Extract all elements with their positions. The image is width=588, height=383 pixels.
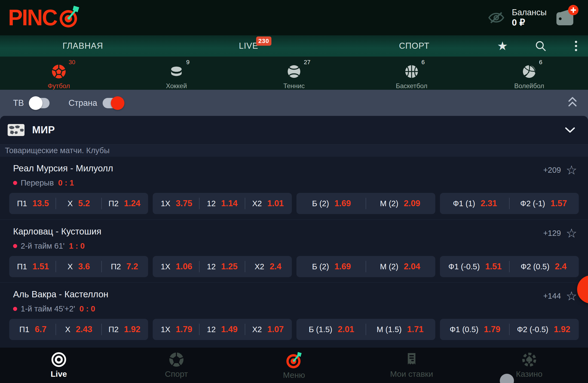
live-dot-icon [13, 244, 17, 248]
tab-sport[interactable]: СПОРТ [331, 35, 497, 57]
match-period: 2-й тайм 61' [21, 242, 65, 251]
tab-glavnaya[interactable]: ГЛАВНАЯ [0, 35, 166, 57]
odd-button[interactable]: Ф1 (1)2.31 [441, 193, 509, 214]
sport-item-football[interactable]: 30 Футбол [0, 57, 118, 90]
search-icon[interactable] [534, 40, 547, 52]
bottom-nav-menu[interactable]: Меню [235, 348, 353, 383]
odd-button[interactable]: П16.7 [10, 319, 56, 340]
nav-icons: ★ [497, 39, 579, 53]
odd-button[interactable]: Х21.01 [245, 193, 290, 214]
odd-button[interactable]: 121.14 [200, 193, 245, 214]
odds-group-double-chance: 1Х1.79 121.49 Х21.07 [153, 319, 292, 340]
sport-count: 9 [186, 59, 189, 66]
odd-button[interactable]: Х22.4 [245, 256, 290, 277]
deposit-plus-icon [568, 5, 579, 16]
casino-chip-icon [521, 351, 537, 368]
sport-item-tennis[interactable]: 27 Теннис [235, 57, 353, 90]
odds-group-total: Б (2)1.69 М (2)2.09 [296, 193, 435, 214]
odd-button[interactable]: Б (2)1.69 [298, 256, 366, 277]
world-flag-icon [8, 124, 24, 136]
sport-item-hockey[interactable]: 9 Хоккей [118, 57, 235, 90]
odd-button[interactable]: Б (1.5)2.01 [298, 319, 366, 340]
match-score: 1 : 0 [69, 242, 85, 251]
odd-button[interactable]: М (1.5)1.71 [366, 319, 434, 340]
odds-group-1x2: П16.7 Х2.43 П21.92 [9, 319, 148, 340]
match-score: 0 : 0 [79, 304, 95, 313]
country-filter-label: Страна [69, 98, 97, 108]
odd-button[interactable]: П21.92 [102, 319, 147, 340]
favorites-star-icon[interactable]: ★ [497, 40, 508, 52]
favorite-star-icon[interactable]: ☆ [566, 227, 577, 239]
balance-visibility-icon[interactable] [488, 11, 505, 24]
odd-button[interactable]: Ф1 (0.5)1.79 [441, 319, 509, 340]
markets-more-count[interactable]: +144 [543, 292, 561, 301]
bottom-nav-casino[interactable]: Казино [470, 348, 588, 383]
odd-button[interactable]: 1Х3.75 [154, 193, 199, 214]
main-nav: ГЛАВНАЯ LIVE 230 СПОРТ ★ [0, 35, 588, 57]
odd-button[interactable]: Ф1 (-0.5)1.51 [441, 256, 509, 277]
bottom-nav-sport[interactable]: Спорт [118, 348, 235, 383]
tab-live[interactable]: LIVE 230 [166, 35, 332, 57]
bottom-nav-label: Казино [516, 369, 543, 379]
odds-group-1x2: П11.51 Х3.6 П27.2 [9, 256, 148, 277]
bottom-nav-label: Live [51, 369, 67, 379]
odd-button[interactable]: 121.25 [200, 256, 245, 277]
odd-button[interactable]: Х3.6 [56, 256, 101, 277]
league-bar: Товарищеские матчи. Клубы [0, 144, 588, 157]
odds-row: П113.5 Х5.2 П21.24 1Х3.75 121.14 Х21.01 … [0, 193, 588, 214]
live-count-badge: 230 [256, 36, 271, 46]
markets-more-count[interactable]: +209 [543, 166, 561, 175]
sport-item-volleyball[interactable]: 6 Волейбол [470, 57, 588, 90]
match-title[interactable]: Аль Вакра - Кастеллон [13, 289, 108, 299]
odd-button[interactable]: 1Х1.79 [154, 319, 199, 340]
content-panel: МИР Товарищеские матчи. Клубы Реал Мурси… [0, 116, 588, 350]
sports-carousel: 30 Футбол 9 Хоккей 27 Т [0, 57, 588, 90]
odd-button[interactable]: П21.24 [102, 193, 147, 214]
sport-label: Волейбол [514, 82, 544, 90]
more-menu-icon[interactable] [573, 39, 579, 53]
odd-button[interactable]: П27.2 [102, 256, 147, 277]
league-name: Товарищеские матчи. Клубы [5, 146, 110, 155]
markets-more-count[interactable]: +129 [543, 229, 561, 238]
favorite-star-icon[interactable]: ☆ [566, 164, 577, 176]
odd-button[interactable]: П113.5 [10, 193, 56, 214]
odd-button[interactable]: Б (2)1.69 [298, 193, 366, 214]
live-dot-icon [13, 181, 17, 185]
match-row: Реал Мурсия - Милуолл Перерыв 0 : 1 +209… [0, 157, 588, 220]
odd-button[interactable]: М (2)2.09 [366, 193, 434, 214]
tennis-icon [286, 64, 302, 79]
odd-button[interactable]: 1Х1.06 [154, 256, 199, 277]
odd-button[interactable]: Ф2 (-1)1.57 [510, 193, 578, 214]
match-row: Карловац - Кустошия 2-й тайм 61' 1 : 0 +… [0, 220, 588, 282]
match-title[interactable]: Реал Мурсия - Милуолл [13, 163, 113, 174]
odd-button[interactable]: П11.51 [10, 256, 56, 277]
odds-group-total: Б (2)1.69 М (2)2.04 [296, 256, 435, 277]
balance-block[interactable]: Балансы 0 ₽ [512, 8, 547, 28]
volleyball-icon [521, 64, 538, 79]
odd-button[interactable]: Х2.43 [56, 319, 101, 340]
bottom-nav-my-bets[interactable]: Мои ставки [353, 348, 470, 383]
match-title[interactable]: Карловац - Кустошия [13, 226, 101, 237]
live-target-icon [51, 351, 67, 368]
tab-label: LIVE [239, 41, 258, 51]
wallet-button[interactable] [554, 7, 577, 29]
odd-button[interactable]: Ф2 (-0.5)1.92 [510, 319, 578, 340]
hockey-icon [168, 64, 185, 79]
favorite-star-icon[interactable]: ☆ [566, 290, 577, 302]
collapse-all-button[interactable] [567, 95, 578, 111]
sport-item-basketball[interactable]: 6 Баскетбол [353, 57, 470, 90]
tv-toggle[interactable] [29, 98, 50, 108]
region-row-mir[interactable]: МИР [0, 116, 588, 144]
odd-button[interactable]: М (2)2.04 [366, 256, 434, 277]
bottom-nav-live[interactable]: Live [0, 348, 118, 383]
pinco-logo[interactable]: PINC [8, 6, 81, 30]
country-toggle[interactable] [103, 98, 123, 108]
odd-button[interactable]: Х5.2 [56, 193, 101, 214]
odds-group-handicap: Ф1 (0.5)1.79 Ф2 (-0.5)1.92 [440, 319, 579, 340]
odd-button[interactable]: Х21.07 [245, 319, 290, 340]
odd-button[interactable]: 121.49 [200, 319, 245, 340]
sport-count: 27 [304, 59, 310, 66]
sport-count: 6 [539, 59, 542, 66]
odd-button[interactable]: Ф2 (0.5)2.4 [510, 256, 578, 277]
odds-group-total: Б (1.5)2.01 М (1.5)1.71 [296, 319, 435, 340]
